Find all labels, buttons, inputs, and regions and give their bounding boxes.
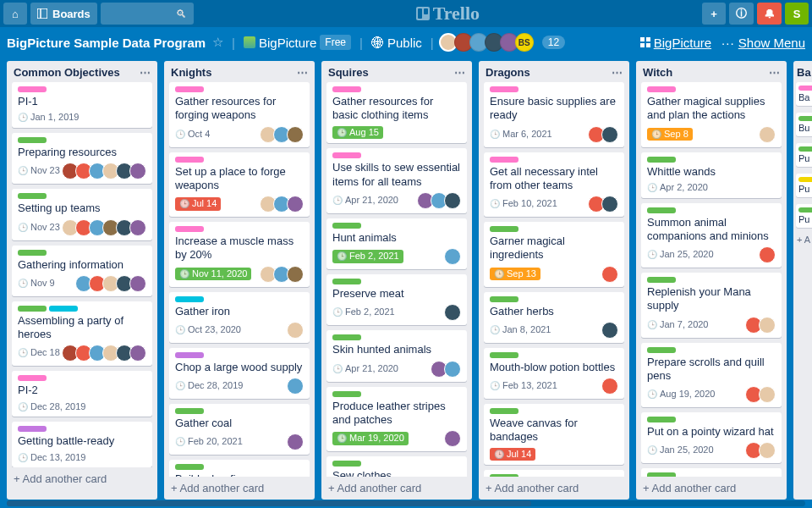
card[interactable]: Weave canvas for bandages Jul 14 bbox=[484, 404, 624, 465]
board-canvas[interactable]: Common Objectives⋯PI-1 Jan 1, 2019Prepar… bbox=[0, 58, 812, 508]
list-title[interactable]: Dragons bbox=[486, 66, 530, 79]
list-menu-button[interactable]: ⋯ bbox=[454, 66, 465, 79]
avatar[interactable] bbox=[759, 126, 776, 143]
member-avatars[interactable]: BS bbox=[442, 33, 534, 52]
avatar[interactable] bbox=[287, 266, 304, 283]
add-card-button[interactable]: + Add another card bbox=[7, 467, 157, 490]
card[interactable]: Produce leather stripes and patches Mar … bbox=[326, 387, 467, 452]
card[interactable]: Gather iron Oct 23, 2020 bbox=[169, 292, 310, 343]
card[interactable]: Master your witchcraft skills Apr 2, 202… bbox=[641, 468, 782, 477]
card[interactable]: Bu bbox=[796, 113, 812, 136]
avatar[interactable] bbox=[759, 442, 776, 459]
list-title[interactable]: Ba bbox=[795, 66, 812, 79]
list-menu-button[interactable]: ⋯ bbox=[140, 66, 151, 79]
card[interactable]: Pu bbox=[796, 143, 812, 167]
add-card-button[interactable]: + Add another card bbox=[164, 477, 315, 500]
label[interactable] bbox=[18, 426, 47, 432]
card[interactable]: Gather information about other teams nee… bbox=[484, 470, 624, 477]
card[interactable]: Skin hunted animals Apr 21, 2020 bbox=[326, 330, 467, 381]
avatar[interactable] bbox=[444, 192, 461, 209]
label[interactable] bbox=[175, 86, 204, 92]
avatar[interactable] bbox=[601, 126, 618, 143]
member-count[interactable]: 12 bbox=[542, 36, 565, 49]
add-card-button[interactable]: + Add another card bbox=[636, 477, 787, 500]
card[interactable]: Build a bonfire Jun 29, 2019 bbox=[169, 460, 310, 477]
list-title[interactable]: Knights bbox=[171, 66, 211, 79]
avatar[interactable] bbox=[759, 246, 776, 263]
label[interactable] bbox=[18, 250, 47, 256]
avatar[interactable] bbox=[129, 275, 146, 292]
label[interactable] bbox=[647, 417, 676, 422]
card[interactable]: Ensure basic supplies are ready Mar 6, 2… bbox=[484, 82, 624, 147]
card[interactable]: Set up a place to forge weapons Jul 14 bbox=[169, 152, 310, 218]
label[interactable] bbox=[18, 86, 47, 92]
card[interactable]: Gathering information Nov 9 bbox=[12, 246, 152, 296]
avatar[interactable] bbox=[601, 322, 618, 339]
user-avatar[interactable]: S bbox=[785, 3, 809, 25]
label[interactable] bbox=[18, 306, 47, 312]
avatar[interactable] bbox=[601, 266, 618, 283]
label[interactable] bbox=[49, 306, 78, 312]
card[interactable]: Prepare scrolls and quill pens Aug 19, 2… bbox=[641, 343, 782, 408]
label[interactable] bbox=[647, 277, 676, 283]
label[interactable] bbox=[332, 279, 361, 284]
label[interactable] bbox=[332, 223, 361, 229]
label[interactable] bbox=[647, 157, 676, 163]
avatar[interactable]: BS bbox=[515, 33, 534, 52]
list-menu-button[interactable]: ⋯ bbox=[769, 66, 780, 79]
card[interactable]: Getting battle-ready Dec 13, 2019 bbox=[12, 422, 152, 467]
avatar[interactable] bbox=[287, 196, 304, 213]
card[interactable]: Gather coal Feb 20, 2021 bbox=[169, 404, 310, 455]
avatar[interactable] bbox=[129, 219, 146, 236]
horizontal-scrollbar[interactable] bbox=[7, 500, 805, 506]
add-card-button[interactable]: + A bbox=[795, 231, 812, 248]
card[interactable]: Ba bbox=[796, 82, 812, 106]
label[interactable] bbox=[175, 226, 204, 232]
label[interactable] bbox=[332, 334, 361, 340]
label[interactable] bbox=[490, 296, 518, 302]
team-button[interactable]: BigPicture Free bbox=[244, 35, 351, 50]
board-title[interactable]: BigPicture Sample Data Program bbox=[7, 36, 206, 50]
list-title[interactable]: Common Objectives bbox=[14, 66, 120, 79]
avatar[interactable] bbox=[129, 163, 146, 179]
avatar[interactable] bbox=[759, 317, 776, 334]
card[interactable]: Pu en bbox=[796, 174, 812, 197]
card[interactable]: Put on a pointy wizard hat Jan 25, 2020 bbox=[641, 412, 782, 463]
avatar[interactable] bbox=[601, 378, 618, 395]
label[interactable] bbox=[490, 352, 518, 358]
avatar[interactable] bbox=[129, 345, 146, 362]
label[interactable] bbox=[18, 137, 47, 143]
avatar[interactable] bbox=[287, 126, 304, 143]
label[interactable] bbox=[490, 408, 518, 414]
label[interactable] bbox=[175, 296, 204, 302]
list-menu-button[interactable]: ⋯ bbox=[612, 66, 623, 79]
list-title[interactable]: Witch bbox=[643, 66, 672, 79]
card[interactable]: Increase a muscle mass by 20% Nov 11, 20… bbox=[169, 222, 310, 287]
list-title[interactable]: Squires bbox=[328, 66, 369, 79]
label[interactable] bbox=[175, 464, 204, 470]
label[interactable] bbox=[647, 347, 676, 353]
label[interactable] bbox=[175, 352, 204, 358]
label[interactable] bbox=[175, 157, 204, 163]
avatar[interactable] bbox=[444, 361, 461, 378]
show-menu-button[interactable]: ··· Show Menu bbox=[721, 36, 805, 50]
label[interactable] bbox=[490, 86, 518, 92]
avatar[interactable] bbox=[601, 196, 618, 213]
card[interactable]: Use skills to sew essential items for al… bbox=[326, 148, 467, 213]
label[interactable] bbox=[647, 86, 676, 92]
card[interactable]: Mouth-blow potion bottles Feb 13, 2021 bbox=[484, 348, 624, 399]
label[interactable] bbox=[332, 461, 361, 467]
card[interactable]: Preparing resources Nov 23 bbox=[12, 133, 152, 184]
avatar[interactable] bbox=[444, 248, 461, 265]
card[interactable]: Pu bbox=[796, 204, 812, 228]
add-card-button[interactable]: + Add another card bbox=[479, 477, 629, 500]
info-button[interactable]: ⓘ bbox=[729, 3, 754, 25]
card[interactable]: Get all necessary intel from other teams… bbox=[484, 152, 624, 218]
card[interactable]: Gather herbs Jan 8, 2021 bbox=[484, 292, 624, 343]
label[interactable] bbox=[490, 226, 518, 232]
card[interactable]: Chop a large wood supply Dec 28, 2019 bbox=[169, 348, 310, 399]
boards-button[interactable]: Boards bbox=[30, 3, 97, 25]
label[interactable] bbox=[175, 408, 204, 414]
avatar[interactable] bbox=[444, 304, 461, 321]
card[interactable]: Sew clothes Feb 4, 2020 bbox=[326, 456, 467, 477]
